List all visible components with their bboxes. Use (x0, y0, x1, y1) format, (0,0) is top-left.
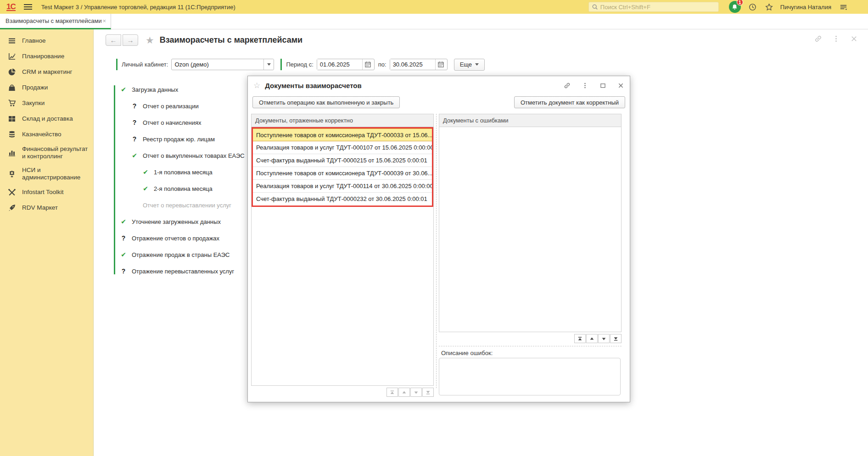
document-row[interactable]: Поступление товаров от комиссионера ТДУТ… (253, 167, 432, 180)
settlement-documents-dialog: ☆ Документы взаиморасчетов Отметить опер… (247, 76, 630, 402)
move-first-icon (577, 336, 582, 341)
sidebar-item-label: Закупки (22, 100, 45, 107)
tab-settlements[interactable]: Взаиморасчеты с маркетплейсами × (0, 14, 111, 29)
notifications-button[interactable]: 1 (729, 1, 741, 13)
maximize-icon (599, 82, 606, 89)
get-link-button[interactable] (814, 35, 822, 43)
period-from-field (317, 59, 375, 70)
sidebar-item-8[interactable]: НСИ и администрирование (0, 163, 93, 184)
move-last-button[interactable] (422, 388, 434, 397)
period-to-calendar-button[interactable] (435, 59, 446, 70)
period-to-input[interactable] (390, 59, 435, 70)
sidebar-item-4[interactable]: Закупки (0, 95, 93, 111)
document-row[interactable]: Поступление товаров от комиссионера ТДУТ… (253, 128, 432, 141)
tab-label: Взаиморасчеты с маркетплейсами (6, 17, 101, 24)
sidebar-item-9[interactable]: Infostart Toolkit (0, 184, 93, 200)
document-row-label: Реализация товаров и услуг ТДУТ-000107 о… (256, 144, 432, 151)
move-last-button[interactable] (610, 334, 622, 343)
cabinet-select[interactable]: Ozon (демо) (171, 59, 274, 70)
sidebar-item-label: Казначейство (22, 131, 62, 138)
document-row[interactable]: Реализация товаров и услуг ТДУТ-000107 о… (253, 141, 432, 154)
forward-button[interactable]: → (123, 34, 138, 46)
close-page-button[interactable] (850, 35, 858, 43)
more-actions-button[interactable]: Еще (454, 59, 485, 71)
check-icon: ✔ (141, 168, 150, 176)
planning-icon (7, 52, 16, 61)
checklist-item-label: Уточнение загруженных данных (132, 218, 221, 225)
sidebar-item-1[interactable]: Планирование (0, 49, 93, 64)
dialog-close-button[interactable] (617, 82, 624, 89)
sidebar-item-6[interactable]: Казначейство (0, 127, 93, 142)
move-up-icon (402, 390, 407, 395)
move-down-button[interactable] (598, 334, 610, 343)
sidebar-item-10[interactable]: RDV Маркет (0, 200, 93, 216)
move-first-button[interactable] (574, 334, 586, 343)
sidebar-item-label: Продажи (22, 84, 48, 91)
dialog-title-bar: ☆ Документы взаиморасчетов (248, 76, 630, 95)
user-name[interactable]: Пичугина Наталия (780, 4, 831, 11)
document-row[interactable]: Счет-фактура выданный ТДУТ-0000232 от 30… (253, 193, 432, 206)
document-row-label: Счет-фактура выданный ТДУТ-0000215 от 15… (256, 157, 427, 164)
clock-icon (749, 3, 756, 11)
search-input[interactable] (600, 4, 716, 11)
period-from-input[interactable] (317, 59, 362, 70)
tab-close-icon[interactable]: × (101, 17, 107, 24)
more-button-label: Еще (460, 61, 472, 68)
mark-correct-button[interactable]: Отметить документ как корректный (514, 96, 625, 108)
kebab-icon (582, 82, 588, 89)
link-icon (814, 35, 822, 43)
move-first-button[interactable] (386, 388, 398, 397)
sidebar-item-7[interactable]: Финансовый результат и контроллинг (0, 142, 93, 163)
main-menu-icon[interactable] (24, 4, 32, 10)
error-documents-list[interactable] (439, 127, 622, 332)
user-menu-button[interactable] (839, 2, 848, 11)
arrow-right-icon: → (127, 36, 134, 44)
kebab-icon (832, 35, 840, 43)
error-desc-textarea[interactable] (439, 358, 621, 395)
move-up-button[interactable] (398, 388, 410, 397)
period-from-label: Период с: (286, 61, 313, 68)
checklist-item-label: Отражение перевыставленных услуг (132, 268, 234, 275)
document-row[interactable]: Реализация товаров и услуг ТДУТ-000114 о… (253, 180, 432, 193)
checklist-item-label: Отчет о начислениях (143, 119, 202, 126)
question-icon: ? (130, 119, 139, 126)
1c-logo-icon: 1С (6, 3, 16, 11)
sidebar-item-label: НСИ и администрирование (22, 167, 90, 181)
document-row-label: Поступление товаров от комиссионера ТДУТ… (256, 132, 432, 139)
favorite-star-icon[interactable]: ★ (146, 35, 154, 46)
sidebar-item-5[interactable]: Склад и доставка (0, 111, 93, 127)
move-down-button[interactable] (410, 388, 422, 397)
document-row[interactable]: Счет-фактура выданный ТДУТ-0000215 от 15… (253, 154, 432, 167)
document-row-label: Счет-фактура выданный ТДУТ-0000232 от 30… (256, 195, 427, 202)
notification-badge: 1 (737, 0, 743, 6)
sidebar-item-0[interactable]: Главное (0, 33, 93, 49)
move-down-icon (601, 336, 606, 341)
sidebar-item-3[interactable]: Продажи (0, 80, 93, 95)
history-button[interactable] (748, 2, 757, 11)
dialog-more-button[interactable] (582, 82, 588, 89)
sidebar-item-2[interactable]: CRM и маркетинг (0, 64, 93, 80)
calendar-icon (437, 61, 444, 68)
move-up-button[interactable] (586, 334, 598, 343)
check-icon: ✔ (141, 185, 150, 192)
pie-chart-icon (7, 68, 16, 77)
dialog-link-button[interactable] (564, 82, 571, 89)
accent-bar (280, 59, 282, 70)
period-from-calendar-button[interactable] (362, 59, 373, 70)
sidebar-item-label: Планирование (22, 53, 64, 60)
dialog-title: Документы взаиморасчетов (265, 82, 361, 89)
shopping-bag-icon (7, 83, 16, 92)
panel-separator (436, 114, 437, 388)
cabinet-dropdown-button[interactable] (263, 59, 274, 70)
global-search[interactable] (588, 2, 719, 12)
more-menu-button[interactable] (832, 35, 840, 43)
favorites-button[interactable] (765, 2, 774, 11)
chevron-down-icon (475, 63, 479, 66)
complete-operation-button[interactable]: Отметить операцию как выполненную и закр… (252, 96, 400, 108)
dialog-maximize-button[interactable] (599, 82, 606, 89)
dialog-star-icon[interactable]: ☆ (253, 81, 260, 90)
back-button[interactable]: ← (106, 34, 121, 46)
correct-documents-list[interactable]: Поступление товаров от комиссионера ТДУТ… (251, 127, 434, 386)
highlighted-rows-group: Поступление товаров от комиссионера ТДУТ… (252, 127, 433, 207)
sidebar-item-label: CRM и маркетинг (22, 68, 72, 76)
